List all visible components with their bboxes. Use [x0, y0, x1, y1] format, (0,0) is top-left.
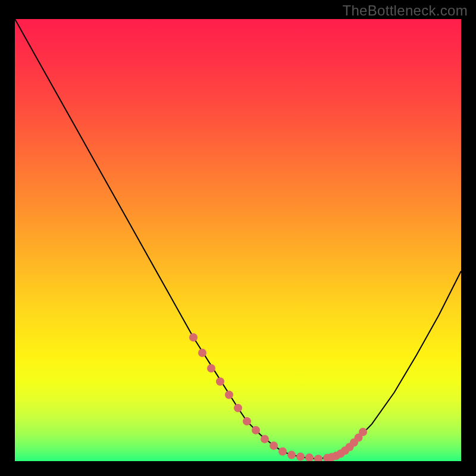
- marker-point: [287, 451, 296, 459]
- marker-point: [225, 391, 233, 399]
- marker-point: [270, 441, 278, 450]
- curve-svg: [15, 19, 461, 461]
- marker-point: [278, 447, 287, 456]
- marker-point: [314, 455, 322, 461]
- marker-point: [234, 404, 242, 412]
- marker-point: [261, 435, 269, 443]
- marker-point: [296, 453, 305, 461]
- marker-point: [189, 333, 198, 342]
- marker-point: [359, 428, 367, 436]
- marker-point: [252, 426, 260, 434]
- marker-point: [305, 453, 314, 461]
- marker-group: [189, 333, 367, 461]
- marker-point: [216, 377, 224, 386]
- bottleneck-curve: [15, 19, 461, 459]
- marker-point: [198, 349, 206, 357]
- plot-area: [15, 19, 461, 461]
- watermark-text: TheBottleneck.com: [342, 2, 468, 19]
- marker-point: [207, 364, 215, 372]
- marker-point: [243, 417, 251, 425]
- chart-frame: TheBottleneck.com: [0, 0, 476, 476]
